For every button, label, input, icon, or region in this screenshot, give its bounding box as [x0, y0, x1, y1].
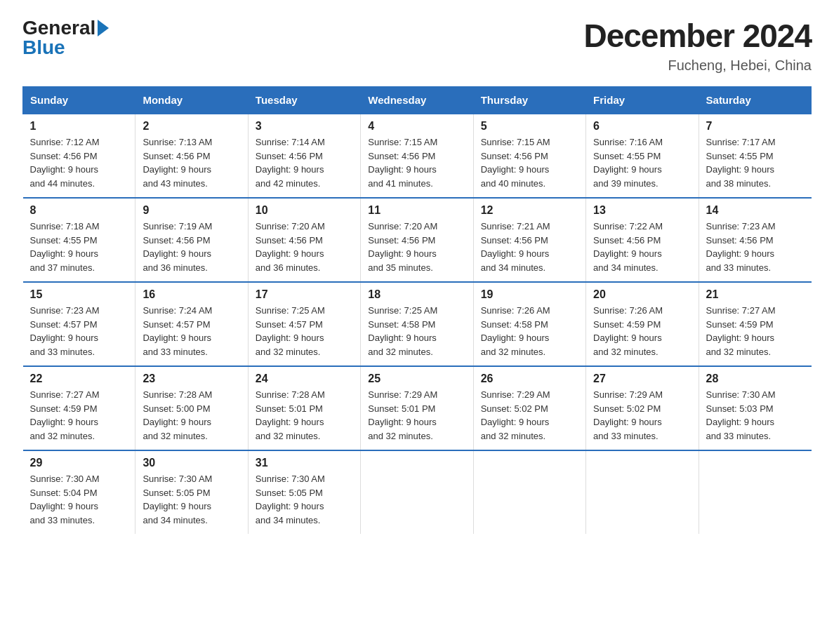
day-number: 6	[593, 120, 691, 133]
day-info: Sunrise: 7:27 AMSunset: 4:59 PMDaylight:…	[706, 304, 805, 358]
calendar-week-5: 29Sunrise: 7:30 AMSunset: 5:04 PMDayligh…	[23, 450, 812, 534]
day-cell-12: 12Sunrise: 7:21 AMSunset: 4:56 PMDayligh…	[473, 198, 585, 282]
day-number: 3	[256, 120, 353, 133]
day-info: Sunrise: 7:20 AMSunset: 4:56 PMDaylight:…	[256, 220, 353, 274]
day-cell-15: 15Sunrise: 7:23 AMSunset: 4:57 PMDayligh…	[23, 282, 135, 366]
day-cell-17: 17Sunrise: 7:25 AMSunset: 4:57 PMDayligh…	[248, 282, 360, 366]
day-info: Sunrise: 7:18 AMSunset: 4:55 PMDaylight:…	[30, 220, 128, 274]
day-cell-10: 10Sunrise: 7:20 AMSunset: 4:56 PMDayligh…	[248, 198, 360, 282]
weekday-header-wednesday: Wednesday	[361, 87, 473, 114]
calendar-week-4: 22Sunrise: 7:27 AMSunset: 4:59 PMDayligh…	[23, 366, 812, 450]
day-cell-7: 7Sunrise: 7:17 AMSunset: 4:55 PMDaylight…	[699, 114, 811, 198]
day-number: 5	[481, 120, 578, 133]
page-header: General Blue December 2024 Fucheng, Hebe…	[22, 17, 812, 74]
day-number: 25	[368, 373, 465, 385]
day-info: Sunrise: 7:15 AMSunset: 4:56 PMDaylight:…	[368, 135, 465, 190]
day-cell-25: 25Sunrise: 7:29 AMSunset: 5:01 PMDayligh…	[361, 366, 473, 450]
calendar-week-1: 1Sunrise: 7:12 AMSunset: 4:56 PMDaylight…	[23, 114, 812, 198]
day-number: 30	[143, 457, 240, 469]
day-cell-29: 29Sunrise: 7:30 AMSunset: 5:04 PMDayligh…	[23, 450, 135, 534]
logo-blue-text: Blue	[22, 36, 65, 59]
day-number: 12	[481, 204, 578, 217]
day-info: Sunrise: 7:26 AMSunset: 4:58 PMDaylight:…	[481, 304, 578, 358]
weekday-header-saturday: Saturday	[699, 87, 811, 114]
day-number: 9	[143, 204, 240, 217]
empty-cell	[699, 450, 811, 534]
logo-arrow-icon	[98, 20, 109, 36]
day-cell-24: 24Sunrise: 7:28 AMSunset: 5:01 PMDayligh…	[248, 366, 360, 450]
day-cell-1: 1Sunrise: 7:12 AMSunset: 4:56 PMDaylight…	[23, 114, 135, 198]
day-cell-26: 26Sunrise: 7:29 AMSunset: 5:02 PMDayligh…	[473, 366, 585, 450]
day-info: Sunrise: 7:30 AMSunset: 5:04 PMDaylight:…	[30, 472, 128, 527]
day-info: Sunrise: 7:22 AMSunset: 4:56 PMDaylight:…	[593, 220, 691, 274]
day-cell-2: 2Sunrise: 7:13 AMSunset: 4:56 PMDaylight…	[135, 114, 248, 198]
day-info: Sunrise: 7:23 AMSunset: 4:57 PMDaylight:…	[30, 304, 128, 358]
day-number: 16	[143, 288, 240, 301]
day-number: 20	[593, 288, 691, 301]
logo: General Blue	[22, 17, 111, 59]
empty-cell	[586, 450, 699, 534]
day-info: Sunrise: 7:15 AMSunset: 4:56 PMDaylight:…	[481, 135, 578, 190]
day-number: 29	[30, 457, 128, 469]
location-title: Fucheng, Hebei, China	[583, 58, 812, 74]
day-cell-18: 18Sunrise: 7:25 AMSunset: 4:58 PMDayligh…	[361, 282, 473, 366]
day-info: Sunrise: 7:29 AMSunset: 5:01 PMDaylight:…	[368, 388, 465, 443]
day-info: Sunrise: 7:24 AMSunset: 4:57 PMDaylight:…	[143, 304, 240, 358]
day-number: 31	[256, 457, 353, 469]
day-info: Sunrise: 7:17 AMSunset: 4:55 PMDaylight:…	[706, 135, 805, 190]
day-info: Sunrise: 7:28 AMSunset: 5:00 PMDaylight:…	[143, 388, 240, 443]
day-number: 21	[706, 288, 805, 301]
day-cell-14: 14Sunrise: 7:23 AMSunset: 4:56 PMDayligh…	[699, 198, 811, 282]
day-number: 13	[593, 204, 691, 217]
weekday-header-monday: Monday	[135, 87, 248, 114]
day-cell-5: 5Sunrise: 7:15 AMSunset: 4:56 PMDaylight…	[473, 114, 585, 198]
day-cell-13: 13Sunrise: 7:22 AMSunset: 4:56 PMDayligh…	[586, 198, 699, 282]
calendar-header: SundayMondayTuesdayWednesdayThursdayFrid…	[23, 87, 812, 114]
day-number: 7	[706, 120, 805, 133]
day-info: Sunrise: 7:26 AMSunset: 4:59 PMDaylight:…	[593, 304, 691, 358]
day-cell-4: 4Sunrise: 7:15 AMSunset: 4:56 PMDaylight…	[361, 114, 473, 198]
day-info: Sunrise: 7:12 AMSunset: 4:56 PMDaylight:…	[30, 135, 128, 190]
day-cell-23: 23Sunrise: 7:28 AMSunset: 5:00 PMDayligh…	[135, 366, 248, 450]
day-number: 18	[368, 288, 465, 301]
empty-cell	[361, 450, 473, 534]
day-cell-27: 27Sunrise: 7:29 AMSunset: 5:02 PMDayligh…	[586, 366, 699, 450]
day-number: 1	[30, 120, 128, 133]
day-number: 22	[30, 373, 128, 385]
day-number: 17	[256, 288, 353, 301]
day-number: 15	[30, 288, 128, 301]
month-title: December 2024	[583, 17, 812, 55]
weekday-header-friday: Friday	[586, 87, 699, 114]
weekday-header-thursday: Thursday	[473, 87, 585, 114]
empty-cell	[473, 450, 585, 534]
day-cell-16: 16Sunrise: 7:24 AMSunset: 4:57 PMDayligh…	[135, 282, 248, 366]
day-cell-19: 19Sunrise: 7:26 AMSunset: 4:58 PMDayligh…	[473, 282, 585, 366]
day-number: 11	[368, 204, 465, 217]
weekday-header-sunday: Sunday	[23, 87, 135, 114]
day-info: Sunrise: 7:16 AMSunset: 4:55 PMDaylight:…	[593, 135, 691, 190]
day-number: 4	[368, 120, 465, 133]
day-number: 24	[256, 373, 353, 385]
day-info: Sunrise: 7:25 AMSunset: 4:57 PMDaylight:…	[256, 304, 353, 358]
day-info: Sunrise: 7:21 AMSunset: 4:56 PMDaylight:…	[481, 220, 578, 274]
calendar-week-2: 8Sunrise: 7:18 AMSunset: 4:55 PMDaylight…	[23, 198, 812, 282]
day-number: 10	[256, 204, 353, 217]
weekday-header-row: SundayMondayTuesdayWednesdayThursdayFrid…	[23, 87, 812, 114]
day-number: 8	[30, 204, 128, 217]
day-cell-9: 9Sunrise: 7:19 AMSunset: 4:56 PMDaylight…	[135, 198, 248, 282]
day-number: 26	[481, 373, 578, 385]
day-number: 2	[143, 120, 240, 133]
day-number: 28	[706, 373, 805, 385]
day-cell-8: 8Sunrise: 7:18 AMSunset: 4:55 PMDaylight…	[23, 198, 135, 282]
day-cell-31: 31Sunrise: 7:30 AMSunset: 5:05 PMDayligh…	[248, 450, 360, 534]
day-info: Sunrise: 7:20 AMSunset: 4:56 PMDaylight:…	[368, 220, 465, 274]
day-number: 23	[143, 373, 240, 385]
calendar-table: SundayMondayTuesdayWednesdayThursdayFrid…	[22, 86, 812, 534]
day-info: Sunrise: 7:30 AMSunset: 5:05 PMDaylight:…	[256, 472, 353, 527]
day-info: Sunrise: 7:13 AMSunset: 4:56 PMDaylight:…	[143, 135, 240, 190]
day-cell-22: 22Sunrise: 7:27 AMSunset: 4:59 PMDayligh…	[23, 366, 135, 450]
day-info: Sunrise: 7:23 AMSunset: 4:56 PMDaylight:…	[706, 220, 805, 274]
day-info: Sunrise: 7:29 AMSunset: 5:02 PMDaylight:…	[481, 388, 578, 443]
day-cell-30: 30Sunrise: 7:30 AMSunset: 5:05 PMDayligh…	[135, 450, 248, 534]
day-cell-20: 20Sunrise: 7:26 AMSunset: 4:59 PMDayligh…	[586, 282, 699, 366]
